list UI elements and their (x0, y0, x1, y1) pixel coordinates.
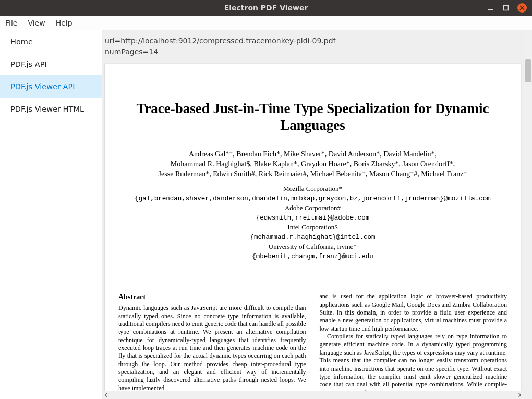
authors-line2: Mohammad R. Haghighat$, Blake Kaplan*, G… (118, 160, 507, 170)
aff-org-1: Mozilla Corporation* (118, 184, 507, 194)
vertical-scrollbar[interactable] (524, 30, 532, 391)
aff-mail-4: {mbebenit,changm,franz}@uci.edu (118, 252, 507, 261)
abstract-body: Dynamic languages such as JavaScript are… (118, 304, 306, 391)
menu-view[interactable]: View (22, 19, 50, 27)
url-line: url=http://localhost:9012/compressed.tra… (105, 35, 521, 46)
maximize-icon[interactable] (502, 4, 510, 12)
authors-line1: Andreas Gal*⁺, Brendan Eich*, Mike Shave… (118, 150, 507, 160)
aff-org-4: University of California, Irvine⁺ (118, 242, 507, 252)
col2-para1: and is used for the application logic of… (320, 293, 507, 333)
horizontal-scrollbar[interactable] (102, 391, 524, 399)
col2-para2: Compilers for statically typed languages… (320, 333, 507, 391)
minimize-icon[interactable] (486, 4, 494, 12)
paper-columns: Abstract Dynamic languages such as JavaS… (118, 293, 507, 391)
menu-bar: File View Help (0, 16, 532, 30)
paper-col-left: Abstract Dynamic languages such as JavaS… (118, 293, 306, 391)
main-area: Home PDF.js API PDF.js Viewer API PDF.js… (0, 30, 532, 399)
numpages-line: numPages=14 (105, 46, 521, 57)
aff-mail-1: {gal,brendan,shaver,danderson,dmandelin,… (118, 194, 507, 203)
vertical-scroll-thumb[interactable] (525, 59, 531, 82)
menu-help[interactable]: Help (51, 19, 78, 27)
svg-rect-0 (488, 9, 493, 10)
paper-affiliations: Mozilla Corporation* {gal,brendan,shaver… (118, 184, 507, 261)
window-titlebar: Electron PDF Viewer (0, 0, 532, 16)
aff-org-2: Adobe Corporation# (118, 203, 507, 213)
paper-authors: Andreas Gal*⁺, Brendan Eich*, Mike Shave… (118, 150, 507, 179)
scroll-left-icon[interactable] (102, 391, 110, 400)
paper-col-right: and is used for the application logic of… (320, 293, 507, 391)
close-icon[interactable] (517, 3, 527, 13)
pdf-page: Trace-based Just-in-Time Type Specializa… (105, 64, 521, 391)
paper-title: Trace-based Just-in-Time Type Specializa… (118, 100, 507, 134)
sidebar: Home PDF.js API PDF.js Viewer API PDF.js… (0, 30, 102, 399)
aff-org-3: Intel Corporation$ (118, 223, 507, 233)
window-title: Electron PDF Viewer (224, 4, 308, 12)
svg-rect-1 (504, 6, 509, 10)
window-controls (486, 3, 532, 13)
content-pane: url=http://localhost:9012/compressed.tra… (102, 30, 532, 399)
abstract-heading: Abstract (118, 293, 306, 302)
sidebar-item-viewer-api[interactable]: PDF.js Viewer API (0, 75, 102, 98)
menu-file[interactable]: File (0, 19, 22, 27)
content-scroll-area[interactable]: url=http://localhost:9012/compressed.tra… (102, 30, 524, 391)
aff-mail-3: {mohammad.r.haghighat}@intel.com (118, 233, 507, 242)
sidebar-item-viewer-html[interactable]: PDF.js Viewer HTML (0, 98, 102, 120)
authors-line3: Jesse Ruderman*, Edwin Smith#, Rick Reit… (118, 170, 507, 179)
sidebar-item-home[interactable]: Home (0, 30, 102, 53)
url-info: url=http://localhost:9012/compressed.tra… (102, 30, 524, 64)
aff-mail-2: {edwsmith,rreitmai}@adobe.com (118, 213, 507, 223)
scroll-right-icon[interactable] (515, 391, 524, 400)
sidebar-item-pdfjs-api[interactable]: PDF.js API (0, 53, 102, 75)
